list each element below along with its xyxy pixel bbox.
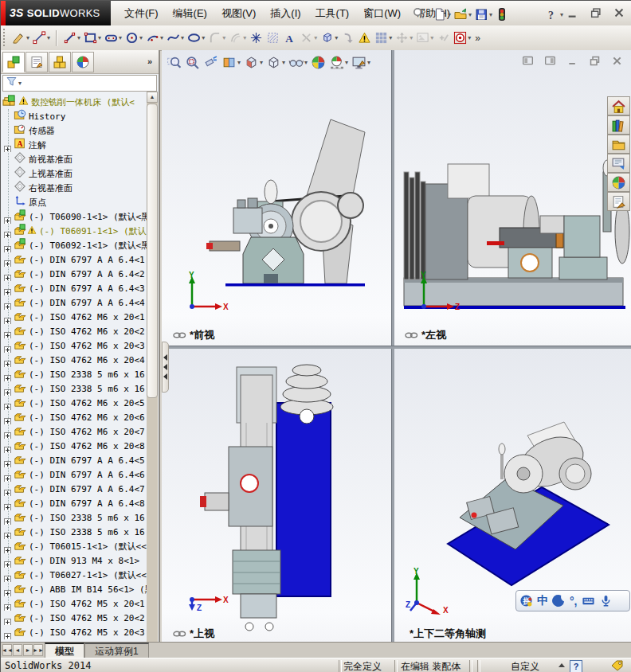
repair-sketch-icon[interactable] [435,29,452,48]
tree-item[interactable]: (-) ISO 4762 M5 x 20<1 [1,596,157,611]
view-orientation-icon[interactable]: ▾ [242,55,265,70]
tree-item[interactable]: (-) T06091-1<1> (默认 [1,224,157,238]
tree-item[interactable]: (-) ISO 2338 5 m6 x 16 - [1,510,157,525]
toolbar-drag-handle[interactable] [3,29,9,46]
hatch-region-icon[interactable] [265,29,281,48]
ellipse-icon[interactable]: ▾ [186,29,206,48]
save-icon[interactable]: ▾ [473,5,493,24]
status-custom-arrow[interactable] [558,663,565,667]
apply-scene-icon[interactable]: ▾ [327,55,350,70]
tree-item[interactable]: (-) ISO 4762 M5 x 20<2 [1,611,157,625]
menu-视图(V)[interactable]: 视图(V) [214,1,263,25]
view-palette-icon[interactable] [607,154,630,173]
tree-item[interactable]: (-) T06092-1<1> (默认<黑 [1,238,157,252]
tree-item[interactable]: 前视基准面 [1,152,157,166]
tree-item[interactable]: History [1,109,157,123]
panel-splitter-handle[interactable] [162,342,169,393]
solidworks-resources-icon[interactable] [607,96,630,115]
tree-item[interactable]: (-) DIN 6797 A A 6.4<1 [1,252,157,267]
ime-chinese-mode[interactable]: 中 [537,594,548,608]
ime-microphone-icon[interactable] [599,594,613,608]
doc-restore-icon[interactable] [588,55,602,67]
tree-item[interactable]: (-) DIN 913 M4 x 8<1> [1,553,157,568]
zoom-area-icon[interactable] [183,55,202,70]
help-icon[interactable]: ?▾ [544,5,564,24]
ime-pinyin-logo-icon[interactable]: 拼 [519,594,533,608]
tree-item[interactable]: (-) ISO 4762 M6 x 20<3 [1,338,157,353]
tree-item[interactable]: A注解 [1,138,157,152]
doc-minimize-icon[interactable] [566,55,579,67]
tree-filter-field[interactable]: ▾ [2,75,157,92]
menu-窗口(W)[interactable]: 窗口(W) [356,1,408,25]
menu-编辑(E)[interactable]: 编辑(E) [166,1,214,25]
design-library-icon[interactable] [607,115,630,135]
new-document-icon[interactable]: ▾ [432,5,452,24]
search-icon[interactable] [412,6,425,23]
scroll-up-arrow[interactable]: ▲ [147,92,158,103]
circle-icon[interactable]: ▾ [123,29,144,48]
offset-entities-icon[interactable]: ▾ [227,29,248,48]
panel-tabs-overflow[interactable]: » [147,57,152,66]
help-button[interactable]: ?▾ [544,5,564,24]
centerpoint-arc-icon[interactable]: ▾ [144,29,165,48]
viewport-horizontal-splitter[interactable] [162,346,631,349]
open-icon[interactable]: ▾ [453,5,472,24]
toolbar-overflow-chevron[interactable]: » [472,33,483,44]
zoom-selection-icon[interactable] [202,55,220,70]
tree-item[interactable]: (-) DIN 6797 A A 6.4<8 [1,496,157,510]
rebuild-traffic-light-icon[interactable] [494,5,510,24]
section-view-icon[interactable]: ▾ [220,55,242,70]
display-style-icon[interactable]: ▾ [265,55,287,70]
spline-icon[interactable]: ▾ [165,29,186,48]
status-tag-icon[interactable] [611,660,624,671]
sketch-icon[interactable]: ▾ [10,29,31,48]
pane-left-icon[interactable] [521,55,535,67]
menu-插入(I)[interactable]: 插入(I) [263,1,308,25]
tree-item[interactable]: (-) DIN 6797 A A 6.4<2 [1,267,157,281]
doc-close-icon[interactable] [610,55,624,67]
tree-item[interactable]: (-) DIN 6797 A A 6.4<5 [1,453,157,467]
tree-item[interactable]: 数控铣削一体机床 (默认< [1,95,157,109]
tree-expander[interactable] [4,629,11,636]
tree-item[interactable]: (-) DIN 6797 A A 6.4<7 [1,482,157,496]
tree-item[interactable]: (-) ISO 2338 5 m6 x 16 - [1,367,157,381]
text-icon[interactable]: A [281,29,298,48]
sketch-fillet-icon[interactable]: ▾ [206,29,227,48]
tab-nav-2[interactable]: ► [23,644,33,656]
status-custom[interactable]: 自定义 [511,660,539,672]
trim-entities-icon[interactable]: ▾ [298,29,319,48]
tree-item[interactable]: (-) ISO 4762 M6 x 20<8 [1,439,157,453]
hide-show-items-icon[interactable]: ▾ [287,55,309,70]
tree-item[interactable]: (-) ISO 4762 M6 x 20<5 [1,396,157,410]
straight-slot-icon[interactable]: ▾ [103,29,123,48]
tree-item[interactable]: (-) T06015-1<1> (默认<< [1,539,157,553]
appearances-scenes-icon[interactable] [607,173,630,192]
tree-item[interactable]: 原点 [1,195,157,209]
tree-item[interactable]: (-) DIN 6797 A A 6.4<3 [1,281,157,295]
tree-expander[interactable] [4,615,11,622]
convert-entities-icon[interactable]: ▾ [319,29,339,48]
tab-displaymanager[interactable] [72,52,94,72]
tab-nav-1[interactable]: ◄ [13,644,22,656]
tab-propertymanager[interactable] [25,52,48,72]
filter-dropdown-arrow[interactable]: ▾ [18,80,22,87]
tree-item[interactable]: (-) ISO 2338 5 m6 x 16 - [1,381,157,396]
file-explorer-icon[interactable] [607,135,630,154]
tree-item[interactable]: 右视基准面 [1,181,157,195]
move-entities-icon[interactable]: ▾ [394,29,414,48]
instant2d-icon[interactable]: ▾ [452,29,472,48]
mirror-entities-icon[interactable] [339,29,356,48]
tree-item[interactable]: (-) ISO 4762 M6 x 20<7 [1,424,157,439]
edit-appearance-icon[interactable] [309,55,327,70]
zoom-fit-icon[interactable] [165,55,183,70]
minimize-button[interactable] [565,6,581,20]
tab-configurationmanager[interactable] [49,52,71,72]
tree-item[interactable]: (-) T06090-1<1> (默认<黑 [1,209,157,224]
menu-文件(F)[interactable]: 文件(F) [117,1,166,25]
tree-item[interactable]: 传感器 [1,123,157,138]
pane-right-icon[interactable] [543,55,557,67]
tree-item[interactable]: (-) ISO 2338 5 m6 x 16 - [1,525,157,539]
line-icon[interactable]: ▾ [61,29,82,48]
tree-item[interactable]: (-) ISO 4762 M6 x 20<4 [1,353,157,367]
scroll-thumb[interactable] [147,104,158,398]
